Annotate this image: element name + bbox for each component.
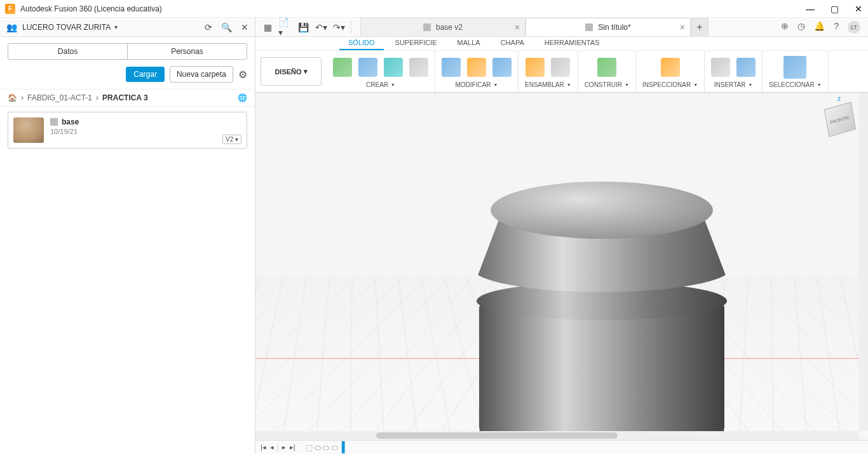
timeline-start-icon[interactable]: |◂: [261, 443, 266, 451]
app-icon: F: [5, 4, 15, 14]
user-avatar[interactable]: LT: [848, 21, 860, 34]
search-icon[interactable]: 🔍: [221, 22, 232, 32]
globe-icon[interactable]: 🌐: [238, 93, 247, 102]
close-tab-icon[interactable]: ×: [515, 22, 520, 32]
minimize-button[interactable]: —: [806, 4, 815, 13]
undo-icon[interactable]: ↶▾: [314, 20, 328, 34]
presspull-icon[interactable]: [442, 58, 461, 77]
maximize-button[interactable]: ▢: [830, 4, 839, 13]
redo-icon[interactable]: ↷▾: [332, 20, 346, 34]
group-insertar-label[interactable]: INSERTAR▼: [714, 81, 753, 88]
joint-icon[interactable]: [551, 58, 570, 77]
home-icon[interactable]: 🏠: [8, 93, 17, 102]
sketch-icon[interactable]: [333, 58, 352, 77]
app-title: Autodesk Fusion 360 (Licencia educativa): [20, 4, 162, 13]
insert-icon[interactable]: [711, 58, 730, 77]
hole-icon[interactable]: [409, 58, 428, 77]
refresh-icon[interactable]: ⟳: [205, 22, 212, 32]
file-menu-icon[interactable]: 📄▾: [278, 20, 292, 34]
group-construir-label[interactable]: CONSTRUIR▼: [585, 81, 629, 88]
doc-tab-label: base v2: [436, 23, 463, 32]
doc-tab-label: Sin título*: [598, 23, 630, 32]
fillet-icon[interactable]: [467, 58, 486, 77]
breadcrumb-level2[interactable]: PRACTICA 3: [102, 93, 148, 102]
help-icon[interactable]: ?: [834, 21, 839, 34]
file-name: base: [62, 117, 79, 126]
decal-icon[interactable]: [736, 58, 756, 77]
breadcrumb: 🏠 › FABDIG_01-ACT-1 › PRACTICA 3 🌐: [0, 89, 255, 107]
workspace-switcher[interactable]: DISEÑO ▾: [261, 57, 322, 86]
save-icon[interactable]: 💾: [296, 20, 310, 34]
extrude-icon[interactable]: [358, 58, 377, 77]
timeline-end-icon[interactable]: ▸|: [290, 443, 295, 451]
team-icon: 👥: [6, 22, 17, 32]
shell-icon[interactable]: [492, 58, 512, 77]
timeline: |◂ ◂ ▸ ▸| ⬚ ⬭ ⬭ ⬭ ▍: [255, 440, 868, 454]
cube-icon: [50, 118, 58, 126]
grid-menu-icon[interactable]: ▦: [261, 20, 275, 34]
doc-tab-untitled[interactable]: Sin título* ×: [526, 18, 691, 36]
breadcrumb-level1[interactable]: FABDIG_01-ACT-1: [27, 93, 92, 102]
revolve-icon[interactable]: [384, 58, 403, 77]
timeline-play-icon[interactable]: ▸: [282, 443, 286, 451]
chevron-right-icon: ›: [96, 93, 98, 102]
file-date: 10/19/21: [50, 128, 79, 135]
extensions-icon[interactable]: ⊕: [781, 21, 789, 34]
file-thumbnail: [13, 117, 44, 143]
tab-datos[interactable]: Datos: [8, 44, 128, 59]
group-modificar-label[interactable]: MODIFICAR▼: [455, 81, 498, 88]
user-name[interactable]: LUCERO TOVAR ZURITA: [22, 23, 111, 32]
z-axis-label: z: [837, 95, 841, 102]
close-window-button[interactable]: ✕: [854, 4, 863, 13]
timeline-marker-icon[interactable]: ▍: [342, 441, 349, 453]
notifications-icon[interactable]: 🔔: [814, 21, 825, 34]
version-dropdown[interactable]: V2 ▾: [222, 135, 241, 144]
cube-icon: [423, 23, 431, 31]
timeline-feature-icon[interactable]: ⬚ ⬭ ⬭ ⬭: [306, 443, 338, 452]
upload-button[interactable]: Cargar: [126, 67, 165, 82]
ribbon-tab-chapa[interactable]: CHAPA: [492, 37, 533, 50]
close-panel-icon[interactable]: ✕: [241, 22, 248, 32]
ribbon-tab-herramientas[interactable]: HERRAMIENTAS: [536, 37, 609, 50]
group-inspeccionar-label[interactable]: INSPECCIONAR▼: [642, 81, 698, 88]
file-card[interactable]: base 10/19/21 V2 ▾: [8, 112, 247, 149]
scrollbar-horizontal[interactable]: [255, 431, 859, 440]
tab-personas[interactable]: Personas: [128, 44, 247, 59]
doc-tab-base[interactable]: base v2 ×: [360, 18, 526, 36]
ribbon-tab-superficie[interactable]: SUPERFICIE: [386, 37, 446, 50]
chevron-right-icon: ›: [21, 93, 24, 102]
ribbon-tab-malla[interactable]: MALLA: [449, 37, 489, 50]
timeline-back-icon[interactable]: ◂: [270, 443, 274, 451]
cube-icon: [585, 23, 593, 31]
new-folder-button[interactable]: Nueva carpeta: [170, 66, 233, 83]
model-3d[interactable]: [465, 182, 738, 454]
view-cube[interactable]: z FRONTAL x: [821, 99, 859, 137]
inspect-icon[interactable]: [661, 58, 680, 77]
group-ensamblar-label[interactable]: ENSAMBLAR▼: [525, 81, 571, 88]
close-tab-icon[interactable]: ×: [680, 22, 685, 32]
ribbon-tab-solido[interactable]: SÓLIDO: [339, 37, 384, 50]
scrollbar-vertical[interactable]: [859, 93, 868, 431]
select-icon[interactable]: [783, 56, 806, 79]
chevron-down-icon[interactable]: ▾: [114, 23, 118, 30]
new-tab-button[interactable]: +: [691, 18, 709, 36]
job-status-icon[interactable]: ◷: [797, 21, 805, 34]
assemble-icon[interactable]: [526, 58, 545, 77]
viewcube-face[interactable]: FRONTAL: [824, 102, 856, 137]
construct-icon[interactable]: [597, 58, 616, 77]
group-crear-label[interactable]: CREAR▼: [366, 81, 395, 88]
gear-icon[interactable]: ⚙: [238, 69, 247, 81]
group-seleccionar-label[interactable]: SELECCIONAR▼: [769, 81, 822, 88]
